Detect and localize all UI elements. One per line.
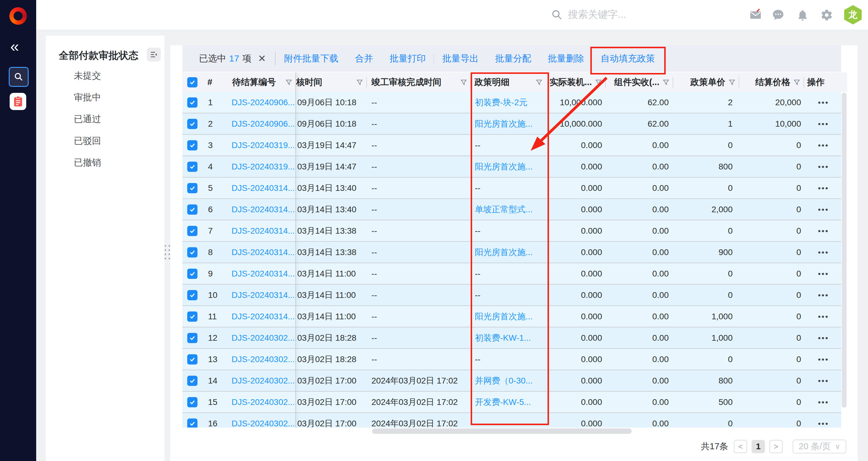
settlement-id-link[interactable]: DJS-20240314... bbox=[231, 269, 295, 278]
horizontal-scrollbar[interactable] bbox=[372, 428, 632, 434]
vertical-scrollbar[interactable] bbox=[842, 93, 846, 408]
bell-icon[interactable] bbox=[796, 9, 809, 22]
user-avatar[interactable]: 龙 bbox=[844, 5, 862, 24]
policy-detail-link[interactable]: 开发费-KW-5... bbox=[475, 397, 531, 407]
row-checkbox[interactable] bbox=[187, 140, 197, 150]
row-actions-button[interactable]: ••• bbox=[818, 398, 829, 407]
prev-page-button[interactable]: < bbox=[734, 440, 747, 453]
settlement-id-link[interactable]: DJS-20240302... bbox=[231, 419, 295, 428]
row-actions-button[interactable]: ••• bbox=[818, 312, 829, 321]
policy-detail-link[interactable]: 初装费-块-2元 bbox=[475, 98, 527, 107]
chat-icon[interactable] bbox=[772, 9, 784, 22]
filter-icon[interactable] bbox=[728, 79, 736, 86]
panel-menu-button[interactable] bbox=[147, 48, 161, 62]
settlement-id-link[interactable]: DJS-20240314... bbox=[231, 312, 295, 321]
settlement-id-link[interactable]: DJS-20240302... bbox=[231, 397, 295, 407]
header-cell[interactable]: 待结算编号 bbox=[229, 72, 296, 92]
filter-icon[interactable] bbox=[285, 79, 292, 86]
header-cell[interactable]: 政策明细 bbox=[470, 72, 546, 92]
settlement-id-link[interactable]: DJS-20240319... bbox=[231, 162, 295, 171]
row-checkbox[interactable] bbox=[187, 397, 197, 407]
row-actions-button[interactable]: ••• bbox=[818, 355, 829, 364]
row-actions-button[interactable]: ••• bbox=[818, 98, 829, 107]
row-checkbox[interactable] bbox=[187, 97, 197, 107]
row-actions-button[interactable]: ••• bbox=[818, 162, 829, 171]
row-checkbox[interactable] bbox=[187, 419, 197, 428]
row-actions-button[interactable]: ••• bbox=[818, 141, 829, 150]
policy-detail-link[interactable]: 阳光房首次施... bbox=[475, 248, 532, 257]
row-checkbox[interactable] bbox=[187, 162, 197, 172]
filter-icon[interactable] bbox=[595, 79, 602, 86]
policy-detail-link[interactable]: 阳光房首次施... bbox=[475, 312, 532, 321]
row-checkbox[interactable] bbox=[187, 269, 197, 279]
status-filter-item[interactable]: 已撤销 bbox=[46, 152, 164, 173]
header-cell[interactable]: 竣工审核完成时间 bbox=[366, 72, 470, 92]
filter-icon[interactable] bbox=[793, 79, 801, 86]
settlement-id-link[interactable]: DJS-20240314... bbox=[231, 248, 295, 257]
clear-selection-icon[interactable]: ✕ bbox=[258, 53, 266, 64]
header-cell[interactable]: 核时间 bbox=[296, 72, 366, 92]
row-checkbox[interactable] bbox=[187, 376, 197, 386]
toolbar-action[interactable]: 批量打印 bbox=[390, 53, 426, 65]
page-size-select[interactable]: 20 条/页 ∨ bbox=[793, 439, 846, 454]
mail-icon[interactable] bbox=[749, 9, 762, 22]
row-actions-button[interactable]: ••• bbox=[818, 184, 829, 193]
policy-detail-link[interactable]: 初装费-KW-1... bbox=[475, 333, 531, 342]
header-cell[interactable]: 操作 bbox=[804, 72, 841, 92]
policy-detail-link[interactable]: 阳光房首次施... bbox=[475, 119, 532, 128]
filter-icon[interactable] bbox=[535, 79, 543, 86]
row-checkbox[interactable] bbox=[187, 247, 197, 257]
policy-detail-link[interactable]: 单坡正常型式... bbox=[475, 205, 532, 214]
settlement-id-link[interactable]: DJS-20240302... bbox=[231, 333, 295, 342]
settlement-id-link[interactable]: DJS-20240302... bbox=[231, 355, 295, 364]
policy-detail-link[interactable]: 并网费（0-30... bbox=[475, 376, 532, 385]
toolbar-action[interactable]: 附件批量下载 bbox=[284, 53, 338, 65]
row-checkbox[interactable] bbox=[187, 290, 197, 300]
row-actions-button[interactable]: ••• bbox=[818, 205, 829, 214]
filter-icon[interactable] bbox=[356, 79, 363, 86]
row-actions-button[interactable]: ••• bbox=[818, 226, 829, 236]
row-actions-button[interactable]: ••• bbox=[818, 119, 829, 128]
row-actions-button[interactable]: ••• bbox=[818, 334, 829, 342]
filter-icon[interactable] bbox=[662, 79, 670, 86]
filter-icon[interactable] bbox=[460, 79, 467, 86]
row-checkbox[interactable] bbox=[187, 119, 197, 129]
toolbar-action[interactable]: 批量导出 bbox=[442, 53, 478, 65]
next-page-button[interactable]: > bbox=[769, 440, 783, 453]
settlement-id-link[interactable]: DJS-20240314... bbox=[231, 290, 295, 300]
row-checkbox[interactable] bbox=[187, 183, 197, 193]
panel-resize-handle[interactable] bbox=[165, 238, 170, 266]
row-checkbox[interactable] bbox=[187, 205, 197, 215]
status-filter-item[interactable]: 未提交 bbox=[46, 65, 164, 87]
header-cell[interactable]: 政策单价 bbox=[673, 72, 739, 92]
row-actions-button[interactable]: ••• bbox=[818, 290, 829, 300]
row-checkbox[interactable] bbox=[187, 354, 197, 365]
header-cell[interactable]: # bbox=[205, 72, 229, 92]
header-cell[interactable]: 组件实收(... bbox=[605, 72, 673, 92]
gear-icon[interactable] bbox=[820, 9, 833, 22]
row-actions-button[interactable]: ••• bbox=[818, 376, 829, 385]
settlement-id-link[interactable]: DJS-20240906... bbox=[231, 119, 295, 128]
row-checkbox[interactable] bbox=[187, 333, 197, 343]
global-search[interactable]: 搜索关键字... bbox=[551, 8, 626, 22]
toolbar-action[interactable]: 合并 bbox=[355, 53, 373, 65]
toolbar-action[interactable]: 批量分配 bbox=[495, 53, 531, 65]
row-checkbox[interactable] bbox=[187, 226, 197, 236]
select-all-checkbox[interactable] bbox=[187, 77, 197, 87]
sidebar-search-button[interactable] bbox=[9, 67, 29, 87]
status-filter-item[interactable]: 审批中 bbox=[46, 87, 164, 108]
settlement-id-link[interactable]: DJS-20240906... bbox=[231, 98, 295, 107]
sidebar-tasks-button[interactable] bbox=[10, 93, 26, 110]
row-actions-button[interactable]: ••• bbox=[818, 269, 829, 278]
status-filter-item[interactable]: 已驳回 bbox=[46, 130, 164, 152]
policy-detail-link[interactable]: 阳光房首次施... bbox=[475, 162, 532, 171]
settlement-id-link[interactable]: DJS-20240314... bbox=[231, 226, 295, 236]
settlement-id-link[interactable]: DJS-20240319... bbox=[231, 141, 295, 150]
settlement-id-link[interactable]: DJS-20240314... bbox=[231, 183, 295, 193]
toolbar-action[interactable]: 自动填充政策 bbox=[600, 53, 655, 65]
current-page[interactable]: 1 bbox=[752, 440, 765, 453]
row-checkbox[interactable] bbox=[187, 311, 197, 322]
status-filter-item[interactable]: 已通过 bbox=[46, 108, 164, 130]
toolbar-action[interactable]: 批量删除 bbox=[548, 53, 584, 65]
sidebar-collapse-button[interactable]: « bbox=[10, 39, 18, 54]
